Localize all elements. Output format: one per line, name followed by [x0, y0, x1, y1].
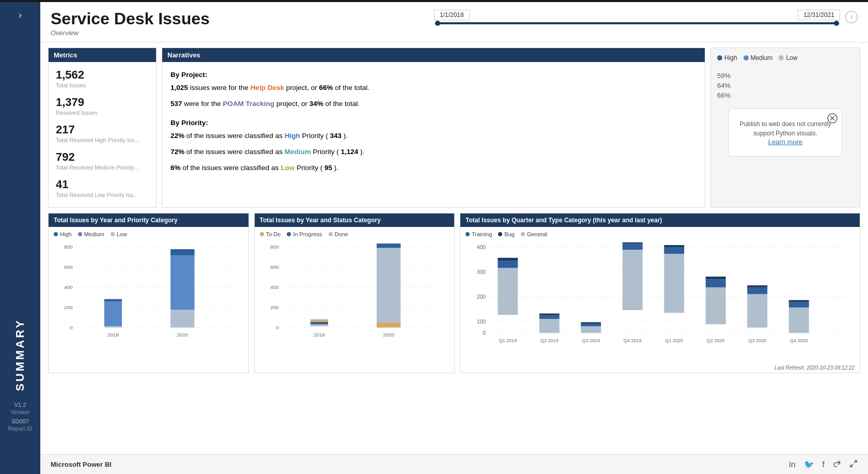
chart2-label-todo: To Do	[266, 231, 281, 237]
chart3-dot-general	[521, 232, 525, 236]
chart3-legend-training: Training	[466, 231, 492, 237]
chart2-header: Total Issues by Year and Status Category	[255, 213, 455, 227]
chart2-body: To Do In Progress Done	[255, 227, 455, 376]
facebook-icon[interactable]: f	[823, 460, 825, 469]
chart3-label-general: General	[527, 231, 547, 237]
bottom-bar: Microsoft Power BI in 🐦 f	[40, 454, 868, 474]
pr1-pct: 22%	[171, 132, 184, 140]
chart2-legend-done: Done	[329, 231, 348, 237]
chart3-legend-general: General	[521, 231, 547, 237]
legend-panel: High Medium Low 59% 64%	[710, 48, 860, 208]
p1-link[interactable]: Help Desk	[251, 84, 284, 91]
page-subtitle: Overview	[51, 29, 210, 37]
pr2-tail: ).	[360, 148, 364, 156]
date-range-container: 1/1/2018 12/31/2021	[434, 10, 840, 24]
svg-rect-57	[581, 323, 601, 324]
chart3-dot-training	[466, 232, 470, 236]
metric-label-5: Total Resolved Low Priority Iss...	[56, 192, 149, 198]
svg-text:300: 300	[477, 269, 486, 275]
narratives-panel-header: Narratives	[162, 48, 705, 62]
pr3-mid: of the issues were classified as	[182, 164, 281, 172]
chart1-legend-high: High	[54, 231, 72, 237]
pr2-end: Priority (	[313, 148, 338, 156]
chart1-dot-low	[111, 232, 115, 236]
metrics-body: 1,562 Total Issues 1,379 Resolved Issues…	[49, 62, 156, 211]
svg-rect-16	[171, 310, 194, 328]
python-warning-text: Publish to web does not currently suppor…	[739, 119, 831, 138]
chart1-legend-low: Low	[111, 231, 127, 237]
pr3-pct: 6%	[171, 164, 181, 172]
metric-label-4: Total Resolved Medium Priority...	[56, 164, 149, 171]
svg-text:0: 0	[276, 325, 279, 330]
expand-icon[interactable]	[849, 460, 858, 470]
by-priority-title: By Priority:	[171, 117, 696, 129]
p1-tail: of the total.	[335, 84, 369, 91]
chart2-dot-inprogress	[287, 232, 291, 236]
p2-link[interactable]: POAM Tracking	[223, 100, 274, 108]
pr1-num: 343	[330, 132, 342, 140]
legend-low: Low	[779, 54, 797, 62]
share-icon[interactable]	[833, 460, 841, 470]
project-line-2: 537 were for the POAM Tracking project, …	[171, 98, 696, 110]
chart1-body: High Medium Low	[49, 227, 249, 376]
legend-label-medium: Medium	[751, 54, 773, 62]
chart2-legend-todo: To Do	[260, 231, 281, 237]
sidebar-toggle[interactable]: ›	[19, 10, 22, 21]
metrics-panel: Metrics 1,562 Total Issues 1,379 Resolve…	[48, 48, 157, 208]
svg-text:0: 0	[70, 325, 73, 330]
svg-rect-51	[498, 258, 518, 261]
chart3-label-bug: Bug	[504, 231, 515, 237]
svg-text:Q3 2019: Q3 2019	[582, 339, 600, 344]
svg-text:Q4 2020: Q4 2020	[790, 339, 808, 344]
narratives-body: By Project: 1,025 issues were for the He…	[162, 62, 705, 181]
metric-item-2: 1,379 Resolved Issues	[56, 96, 149, 116]
project-line-1: 1,025 issues were for the Help Desk proj…	[171, 82, 696, 94]
pr1-word: High	[285, 132, 300, 140]
legend-high: High	[717, 54, 737, 62]
p2-pct: 34%	[309, 100, 323, 108]
python-warning: Publish to web does not currently suppor…	[729, 109, 842, 157]
chart1-legend-medium: Medium	[78, 231, 104, 237]
learn-more-link[interactable]: Learn more	[768, 138, 802, 146]
chart2-svg: 800 600 400 200 0	[260, 240, 450, 373]
chart3-header: Total Issues by Quarter and Type Categor…	[460, 213, 860, 227]
date-end[interactable]: 12/31/2021	[798, 10, 840, 20]
twitter-icon[interactable]: 🐦	[804, 460, 814, 469]
p1-num: 1,025	[171, 84, 188, 91]
svg-text:800: 800	[64, 244, 73, 250]
date-start[interactable]: 1/1/2018	[434, 10, 470, 20]
svg-rect-54	[539, 314, 560, 316]
svg-text:2018: 2018	[107, 332, 119, 338]
page-title: Service Desk Issues	[51, 10, 210, 28]
chart1-header: Total Issues by Year and Priority Catego…	[49, 213, 249, 227]
metric-item-4: 792 Total Resolved Medium Priority...	[56, 150, 149, 171]
date-slider-handle-right[interactable]	[834, 21, 839, 26]
date-labels: 1/1/2018 12/31/2021	[434, 10, 840, 20]
legend-dot-medium	[743, 55, 749, 60]
chart1-label-high: High	[60, 231, 72, 237]
chart1-dot-medium	[78, 232, 82, 236]
svg-rect-52	[539, 319, 560, 333]
p1-pct: 66%	[319, 84, 333, 91]
sidebar-label: SUMMARY	[13, 318, 27, 391]
svg-rect-66	[706, 277, 726, 279]
pr3-tail: ).	[334, 164, 338, 172]
info-button[interactable]: i	[845, 11, 858, 23]
svg-rect-71	[789, 302, 809, 308]
by-project-title: By Project:	[171, 69, 696, 81]
warning-close-button[interactable]	[827, 113, 838, 125]
svg-rect-72	[789, 300, 809, 302]
metrics-panel-header: Metrics	[49, 48, 156, 62]
p2-num: 537	[171, 100, 182, 108]
chart1-label-low: Low	[117, 231, 127, 237]
date-slider-handle-left[interactable]	[435, 21, 440, 26]
svg-text:Q4 2019: Q4 2019	[624, 339, 642, 344]
chart1-legend: High Medium Low	[54, 231, 243, 237]
pr3-word: Low	[281, 164, 295, 172]
pr2-mid: of the issues were classified as	[187, 148, 285, 156]
date-slider-track[interactable]	[435, 22, 839, 24]
chart2-legend-inprogress: In Progress	[287, 231, 322, 237]
svg-text:Q1 2019: Q1 2019	[499, 339, 517, 344]
linkedin-icon[interactable]: in	[789, 460, 795, 469]
svg-rect-64	[706, 287, 726, 324]
